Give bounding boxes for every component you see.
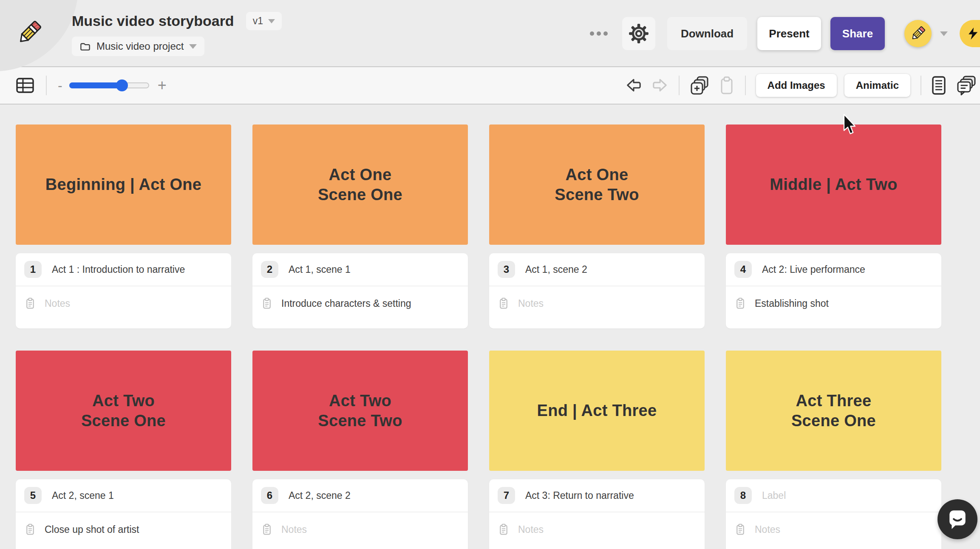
animatic-button[interactable]: Animatic [844, 74, 910, 97]
frame-info-card: 8 Label Notes [726, 479, 941, 549]
comments-icon[interactable] [956, 75, 977, 96]
frame-notes-row[interactable]: Notes [16, 286, 231, 322]
clipboard-icon [263, 524, 271, 535]
frame-label-row[interactable]: 7 Act 3: Return to narrative [489, 479, 705, 512]
frame-label[interactable]: Act 1, scene 1 [289, 264, 351, 275]
present-button[interactable]: Present [757, 17, 821, 50]
frame-notes-row[interactable]: Notes [726, 512, 941, 548]
frame-cover[interactable]: Act One Scene One [252, 125, 468, 245]
frame-notes[interactable]: Introduce characters & setting [281, 298, 411, 309]
project-dropdown[interactable]: Music video project [72, 37, 204, 56]
ellipsis-icon[interactable] [586, 28, 611, 39]
frames-grid: Beginning | Act One 1 Act 1 : Introducti… [0, 105, 980, 549]
version-dropdown[interactable]: v1 [246, 12, 282, 30]
frame-number-badge: 2 [261, 261, 278, 278]
pencil-logo-icon[interactable] [15, 19, 43, 47]
clipboard-icon [499, 297, 508, 309]
storyboard-frame: Act One Scene One 2 Act 1, scene 1 Intro [252, 125, 468, 328]
frame-label[interactable]: Act 2: Live performance [762, 264, 865, 275]
frame-number-badge: 5 [24, 487, 42, 504]
frame-cover[interactable]: End | Act Three [489, 351, 705, 471]
frame-number-badge: 6 [261, 487, 278, 504]
script-icon[interactable] [931, 76, 947, 95]
frame-info-card: 3 Act 1, scene 2 Notes [489, 253, 705, 328]
app-toolbar: - + [0, 67, 980, 105]
frame-label-row[interactable]: 1 Act 1 : Introduction to narrative [16, 253, 231, 286]
frame-label-row[interactable]: 2 Act 1, scene 1 [252, 253, 468, 286]
frame-notes[interactable]: Close up shot of artist [45, 524, 139, 535]
frame-number-badge: 1 [24, 261, 42, 278]
frame-title: Act Two Scene One [81, 391, 166, 430]
project-name: Music video project [96, 40, 184, 52]
storyboard-title[interactable]: Music video storyboard [72, 13, 234, 29]
toolbar-divider [679, 76, 680, 95]
share-button[interactable]: Share [830, 17, 885, 50]
frame-notes[interactable]: Notes [518, 298, 544, 309]
frame-notes-row[interactable]: Close up shot of artist [16, 512, 231, 548]
frame-cover[interactable]: Act Two Scene Two [252, 351, 468, 471]
frame-label-row[interactable]: 6 Act 2, scene 2 [252, 479, 468, 512]
zoom-in-button[interactable]: + [158, 78, 167, 93]
download-button[interactable]: Download [667, 17, 747, 50]
frame-info-card: 5 Act 2, scene 1 Close up shot of artist [16, 479, 231, 549]
zoom-slider-thumb[interactable] [116, 79, 128, 91]
chat-launcher-button[interactable] [938, 499, 977, 539]
frame-label[interactable]: Act 1, scene 2 [525, 264, 587, 275]
frame-label[interactable]: Act 3: Return to narrative [525, 490, 634, 501]
table-view-icon[interactable] [15, 76, 35, 95]
frame-cover[interactable]: Act Three Scene One [726, 351, 941, 471]
zoom-slider[interactable] [69, 79, 149, 91]
storyboard-frame: Act Two Scene One 5 Act 2, scene 1 Close [16, 351, 231, 549]
frame-notes[interactable]: Notes [755, 524, 780, 535]
frame-cover[interactable]: Act Two Scene One [16, 351, 231, 471]
frame-label[interactable]: Act 2, scene 2 [289, 490, 351, 501]
frame-notes-row[interactable]: Notes [489, 286, 705, 322]
clipboard-icon [26, 297, 34, 309]
paste-icon[interactable] [719, 76, 735, 95]
frame-notes-row[interactable]: Notes [489, 512, 705, 548]
storyboard-frame: End | Act Three 7 Act 3: Return to narra… [489, 351, 705, 549]
storyboard-frame: Act Three Scene One 8 Label Notes [726, 351, 941, 549]
frame-notes[interactable]: Establishing shot [755, 298, 829, 309]
upgrade-button[interactable] [960, 20, 980, 47]
frame-title: Beginning | Act One [45, 175, 201, 194]
settings-button[interactable] [622, 17, 655, 50]
duplicate-frames-icon[interactable] [690, 76, 709, 95]
header-main: Music video storyboard v1 Music video pr… [72, 12, 282, 56]
frame-label[interactable]: Act 2, scene 1 [52, 490, 114, 501]
frame-label[interactable]: Act 1 : Introduction to narrative [52, 264, 185, 275]
frame-notes[interactable]: Notes [45, 298, 70, 309]
frame-label-row[interactable]: 8 Label [726, 479, 941, 512]
zoom-slider-fill [69, 82, 122, 88]
frame-notes-row[interactable]: Introduce characters & setting [252, 286, 468, 322]
toolbar-right: Add Images Animatic [625, 74, 980, 97]
frame-title: Middle | Act Two [770, 175, 897, 194]
avatar[interactable] [904, 20, 932, 47]
undo-icon[interactable] [625, 76, 643, 94]
frame-notes[interactable]: Notes [281, 524, 307, 535]
frame-number-badge: 8 [734, 487, 752, 504]
frame-cover[interactable]: Act One Scene Two [489, 125, 705, 245]
toolbar-divider [745, 76, 746, 95]
frame-info-card: 7 Act 3: Return to narrative Notes [489, 479, 705, 549]
clipboard-icon [499, 524, 508, 535]
frame-notes-row[interactable]: Notes [252, 512, 468, 548]
frame-label-row[interactable]: 4 Act 2: Live performance [726, 253, 941, 286]
frame-cover[interactable]: Beginning | Act One [16, 125, 231, 245]
gear-icon [629, 23, 649, 44]
frame-label[interactable]: Label [762, 490, 786, 501]
add-images-button[interactable]: Add Images [756, 74, 837, 97]
frame-title: Act Three Scene One [791, 391, 876, 430]
frame-label-row[interactable]: 5 Act 2, scene 1 [16, 479, 231, 512]
frame-info-card: 1 Act 1 : Introduction to narrative Note… [16, 253, 231, 328]
frame-number-badge: 4 [734, 261, 752, 278]
clipboard-icon [736, 297, 745, 309]
frame-cover[interactable]: Middle | Act Two [726, 125, 941, 245]
chevron-down-icon[interactable] [940, 31, 948, 36]
frame-notes-row[interactable]: Establishing shot [726, 286, 941, 322]
frame-notes[interactable]: Notes [518, 524, 544, 535]
redo-icon[interactable] [651, 76, 668, 94]
zoom-out-button[interactable]: - [58, 79, 62, 92]
frame-label-row[interactable]: 3 Act 1, scene 2 [489, 253, 705, 286]
chevron-down-icon [268, 19, 275, 23]
